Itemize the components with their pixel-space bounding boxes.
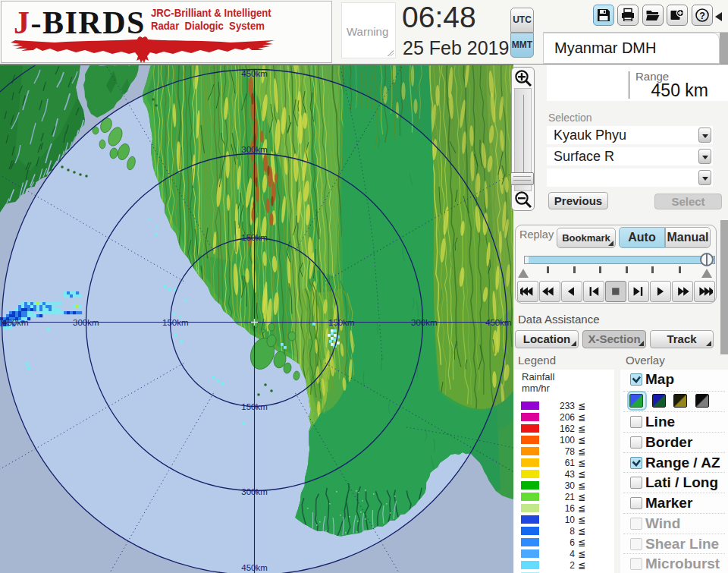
svg-text:300km: 300km: [241, 487, 268, 496]
svg-text:150km: 150km: [162, 318, 189, 327]
svg-text:150km: 150km: [241, 233, 268, 242]
svg-text:450km: 450km: [2, 318, 29, 327]
svg-text:150km: 150km: [328, 318, 355, 327]
svg-text:?: ?: [699, 11, 705, 21]
svg-text:450km: 450km: [241, 69, 268, 78]
svg-text:300km: 300km: [73, 318, 99, 327]
svg-text:450km: 450km: [485, 318, 512, 327]
svg-text:300km: 300km: [241, 145, 268, 154]
svg-text:450km: 450km: [241, 563, 268, 572]
svg-text:150km: 150km: [241, 402, 268, 411]
svg-text:300km: 300km: [411, 318, 438, 327]
